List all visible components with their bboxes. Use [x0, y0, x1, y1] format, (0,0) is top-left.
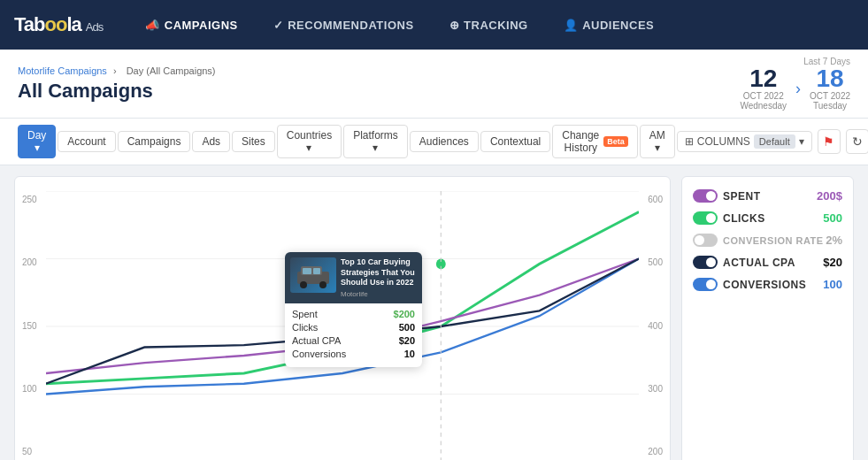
tab-account[interactable]: Account: [58, 131, 115, 152]
y-right-400: 400: [648, 321, 663, 331]
y-left-200: 200: [22, 257, 37, 267]
end-day: 18: [810, 66, 850, 91]
tooltip-body: Spent $200 Clicks 500 Actual CPA $20 Con…: [285, 303, 422, 367]
legend-label-actual-cpa: ACTUAL CPA: [723, 257, 795, 269]
navbar: Taboola Ads 📣 CAMPAIGNS ✓ RECOMMENDATION…: [0, 0, 868, 50]
y-left-150: 150: [22, 321, 37, 331]
tooltip-clicks-value: 500: [399, 322, 415, 333]
tooltip-conversions-value: 10: [404, 349, 415, 359]
y-axis-right: 600 500 400 300 200: [648, 195, 663, 456]
tooltip-cpa-value: $20: [399, 335, 415, 346]
tooltip-conversions-label: Conversions: [292, 349, 346, 359]
columns-icon: ⊞: [685, 135, 694, 148]
tabs-row: Day ▾ Account Campaigns Ads Sites Countr…: [0, 119, 868, 165]
date-arrow-icon: ›: [795, 80, 801, 98]
legend-item-conversion-rate: CONVERSION RATE 2%: [693, 234, 842, 247]
legend-label-conversion-rate: CONVERSION RATE: [723, 235, 824, 246]
beta-badge: Beta: [603, 136, 628, 147]
columns-value[interactable]: Default: [754, 134, 795, 149]
tooltip: Top 10 Car Buying Strategies That You Sh…: [285, 252, 422, 367]
person-icon: 👤: [564, 19, 579, 32]
filter-button[interactable]: ⚑: [818, 129, 841, 154]
svg-rect-9: [303, 268, 311, 274]
page-title: All Campaigns: [18, 80, 219, 103]
tab-day[interactable]: Day ▾: [18, 125, 56, 158]
main-content: 250 200 150 100 50 600 500 400 300 200: [0, 165, 868, 460]
date-range: Last 7 Days 12 OCT 2022 Wednesday › 18 O…: [740, 57, 850, 111]
tooltip-spent-row: Spent $200: [292, 309, 415, 319]
tab-contextual[interactable]: Contextual: [480, 131, 550, 152]
legend-item-actual-cpa: ACTUAL CPA $20: [693, 256, 842, 269]
header-bar: Motorlife Campaigns › Day (All Campaigns…: [0, 50, 868, 119]
breadcrumb-current: Day (All Campaigns): [127, 65, 216, 76]
tooltip-article-source: Motorlife: [341, 290, 417, 298]
svg-point-8: [319, 281, 326, 288]
legend-value-conversion-rate: 2%: [826, 234, 842, 247]
tab-platforms[interactable]: Platforms ▾: [343, 125, 408, 158]
right-controls: ⊞ COLUMNS Default ▾ ⚑ ↻ ↑ + CREATE: [677, 124, 868, 159]
tab-change-history[interactable]: Change History Beta: [552, 125, 638, 158]
check-circle-icon: ✓: [273, 19, 284, 32]
legend-value-actual-cpa: $20: [823, 256, 842, 269]
y-right-500: 500: [648, 257, 663, 267]
columns-dropdown-icon: ▾: [799, 135, 804, 148]
end-weekday: Tuesday: [810, 101, 850, 111]
legend-value-clicks: 500: [823, 211, 842, 225]
y-left-50: 50: [22, 447, 37, 456]
nav-recommendations[interactable]: ✓ RECOMMENDATIONS: [266, 15, 421, 35]
logo: Taboola Ads: [14, 13, 103, 36]
tooltip-conversions-row: Conversions 10: [292, 349, 415, 359]
legend-item-spent: SPENT 200$: [693, 189, 842, 203]
tab-campaigns[interactable]: Campaigns: [118, 131, 191, 152]
toggle-actual-cpa[interactable]: [693, 256, 718, 269]
breadcrumb: Motorlife Campaigns › Day (All Campaigns…: [18, 65, 219, 76]
tab-am[interactable]: AM ▾: [640, 125, 675, 158]
tracking-icon: ⊕: [449, 19, 460, 32]
nav-audiences[interactable]: 👤 AUDIENCES: [557, 15, 662, 35]
car-thumbnail-icon: [294, 261, 333, 289]
toggle-conversions[interactable]: [693, 278, 718, 291]
tooltip-clicks-row: Clicks 500: [292, 322, 415, 333]
tooltip-article-title: Top 10 Car Buying Strategies That You Sh…: [341, 257, 417, 288]
legend-item-clicks: CLICKS 500: [693, 211, 842, 225]
legend-item-conversions: CONVERSIONS 100: [693, 278, 842, 291]
tooltip-spent-value: $200: [394, 309, 415, 319]
svg-rect-10: [313, 268, 320, 274]
breadcrumb-separator: ›: [113, 65, 119, 76]
legend-label-conversions: CONVERSIONS: [723, 279, 806, 291]
svg-point-7: [300, 281, 307, 288]
legend-label-clicks: CLICKS: [723, 212, 765, 225]
start-day: 12: [740, 66, 787, 91]
tab-countries[interactable]: Countries ▾: [277, 125, 342, 158]
legend-panel: SPENT 200$ CLICKS 500 CONVERSION RATE 2%…: [681, 176, 854, 460]
toggle-conversion-rate[interactable]: [693, 234, 718, 247]
megaphone-icon: 📣: [145, 19, 160, 32]
tab-sites[interactable]: Sites: [232, 131, 275, 152]
tooltip-spent-label: Spent: [292, 309, 318, 319]
tooltip-clicks-label: Clicks: [292, 322, 318, 333]
nav-tracking[interactable]: ⊕ TRACKING: [442, 15, 535, 35]
nav-campaigns[interactable]: 📣 CAMPAIGNS: [138, 15, 244, 35]
refresh-button[interactable]: ↻: [846, 129, 868, 154]
toggle-clicks[interactable]: [693, 211, 718, 225]
y-right-600: 600: [648, 195, 663, 204]
y-left-250: 250: [22, 195, 37, 204]
legend-label-spent: SPENT: [723, 190, 761, 203]
tab-ads[interactable]: Ads: [192, 131, 230, 152]
y-right-200: 200: [648, 447, 663, 456]
tooltip-cpa-row: Actual CPA $20: [292, 335, 415, 346]
start-month: OCT 2022: [740, 91, 787, 101]
legend-value-conversions: 100: [823, 278, 842, 291]
start-weekday: Wednesday: [740, 101, 787, 111]
end-month: OCT 2022: [810, 91, 850, 101]
breadcrumb-parent[interactable]: Motorlife Campaigns: [18, 65, 107, 76]
columns-control[interactable]: ⊞ COLUMNS Default ▾: [677, 131, 812, 152]
toggle-spent[interactable]: [693, 189, 718, 203]
chart-container: 250 200 150 100 50 600 500 400 300 200: [14, 176, 671, 460]
tooltip-cpa-label: Actual CPA: [292, 335, 341, 346]
y-right-300: 300: [648, 384, 663, 394]
columns-label: COLUMNS: [697, 135, 750, 148]
legend-value-spent: 200$: [817, 189, 842, 203]
tab-audiences[interactable]: Audiences: [410, 131, 479, 152]
y-axis-left: 250 200 150 100 50: [22, 195, 37, 456]
